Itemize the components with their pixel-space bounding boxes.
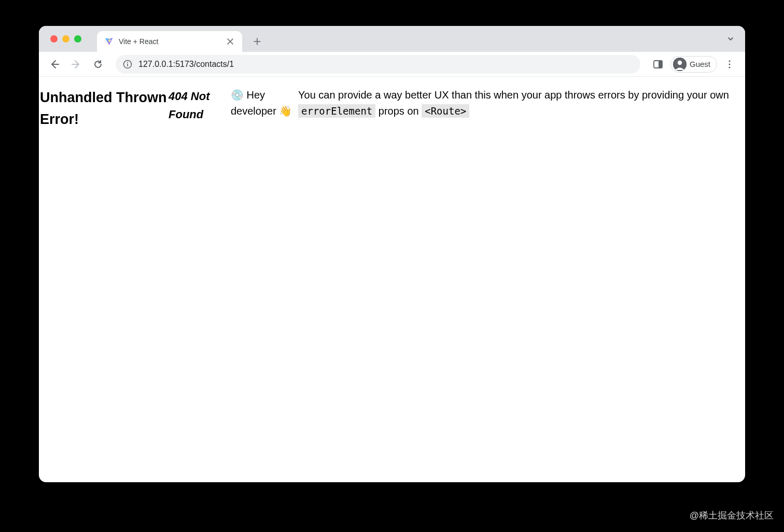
profile-label: Guest [690, 60, 710, 68]
tab-close-button[interactable] [226, 37, 235, 46]
developer-greeting: 💿 Hey developer 👋 [231, 87, 298, 119]
tab-title: Vite + React [119, 37, 220, 46]
reload-button[interactable] [89, 55, 107, 74]
browser-window: Vite + React 127.0.0.1:5173/c [39, 26, 745, 482]
vite-favicon-icon [104, 37, 114, 46]
window-maximize-button[interactable] [74, 35, 81, 43]
svg-rect-4 [659, 61, 662, 68]
tab-bar: Vite + React [39, 26, 745, 52]
error-status: 404 Not Found [169, 87, 231, 123]
error-heading: Unhandled Thrown Error! [39, 87, 169, 131]
browser-menu-button[interactable] [720, 55, 739, 74]
svg-point-6 [678, 60, 682, 64]
forward-button[interactable] [67, 55, 86, 74]
profile-button[interactable]: Guest [670, 56, 717, 73]
browser-tab[interactable]: Vite + React [97, 31, 242, 52]
svg-point-1 [127, 62, 128, 63]
svg-point-7 [729, 60, 730, 62]
side-panel-icon[interactable] [649, 55, 667, 74]
watermark: @稀土掘金技术社区 [690, 509, 774, 522]
wave-emoji-icon: 👋 [279, 105, 292, 117]
svg-point-8 [729, 63, 730, 65]
url-text: 127.0.0.1:5173/contacts/1 [138, 60, 633, 69]
window-minimize-button[interactable] [62, 35, 69, 43]
code-route: <Route> [422, 104, 469, 118]
new-tab-button[interactable] [249, 34, 265, 49]
address-bar[interactable]: 127.0.0.1:5173/contacts/1 [116, 55, 640, 74]
browser-toolbar: 127.0.0.1:5173/contacts/1 Guest [39, 52, 745, 77]
window-controls [45, 26, 87, 52]
window-close-button[interactable] [50, 35, 58, 43]
fix-message: You can provide a way better UX than thi… [298, 87, 745, 119]
tabs-dropdown-button[interactable] [724, 33, 737, 45]
toolbar-right: Guest [649, 55, 739, 74]
code-errorelement: errorElement [298, 104, 375, 118]
site-info-icon[interactable] [123, 60, 132, 69]
page-content: Unhandled Thrown Error! 404 Not Found 💿 … [39, 77, 745, 131]
svg-rect-2 [127, 63, 128, 66]
svg-point-9 [729, 66, 730, 68]
avatar-icon [673, 58, 687, 71]
back-button[interactable] [45, 55, 64, 74]
